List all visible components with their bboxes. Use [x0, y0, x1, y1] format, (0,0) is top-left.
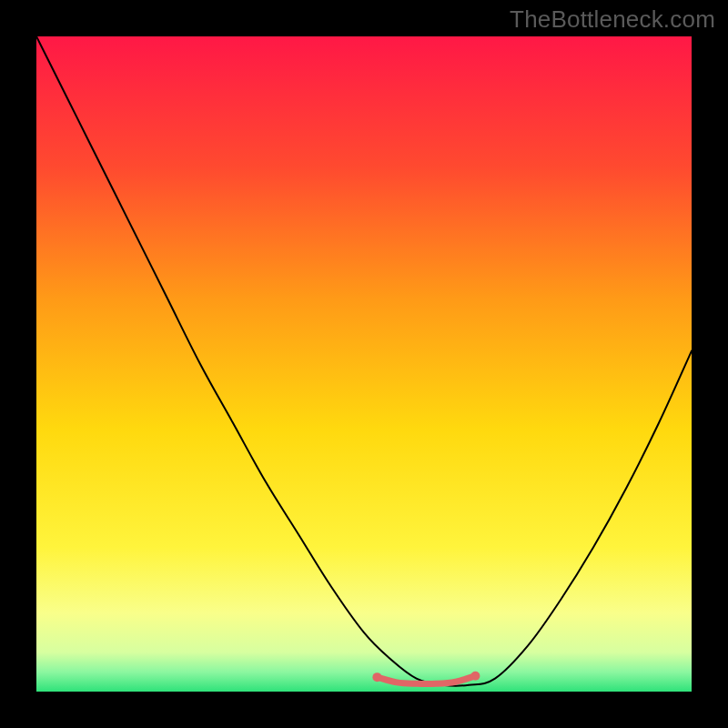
- watermark-text: TheBottleneck.com: [510, 5, 715, 34]
- gradient-background: [36, 36, 692, 692]
- optimal-start-dot: [372, 672, 381, 682]
- optimal-end-dot: [470, 672, 480, 681]
- chart-svg: [0, 0, 728, 728]
- chart-frame: TheBottleneck.com: [0, 0, 728, 728]
